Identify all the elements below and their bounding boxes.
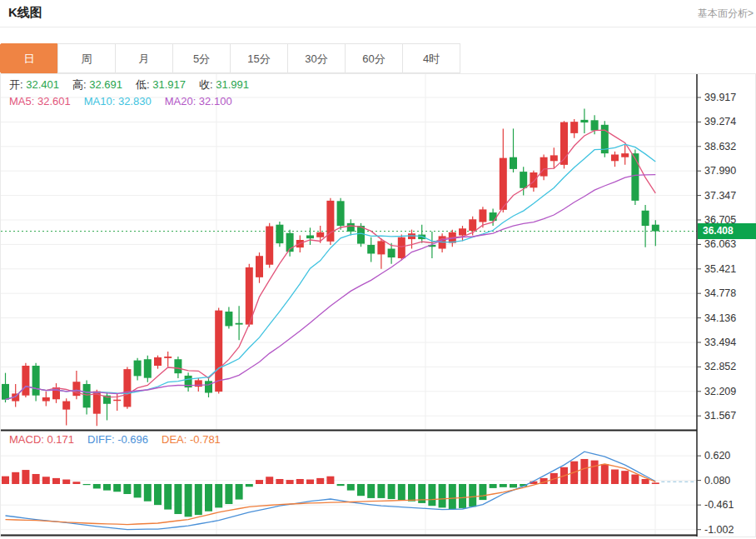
candle-body bbox=[22, 366, 29, 396]
macd-axis-label: -1.002 bbox=[704, 524, 734, 536]
macd-bar bbox=[449, 484, 456, 509]
candle-body bbox=[570, 122, 578, 133]
price-axis-label: 33.494 bbox=[704, 337, 736, 348]
dea-line bbox=[6, 464, 656, 525]
macd-bar bbox=[215, 484, 222, 507]
macd-bar bbox=[62, 480, 70, 484]
macd-bar bbox=[337, 484, 345, 486]
page-header: K线图 基本面分析> bbox=[0, 0, 756, 27]
macd-bar bbox=[388, 484, 395, 499]
tab-5分[interactable]: 5分 bbox=[172, 43, 231, 73]
candle-body bbox=[42, 397, 50, 402]
candle-body bbox=[316, 232, 324, 237]
macd-bar bbox=[601, 464, 609, 484]
macd-bar bbox=[591, 461, 599, 484]
candle-body bbox=[337, 201, 345, 226]
candle-body bbox=[367, 245, 375, 254]
candle-body bbox=[500, 158, 507, 210]
candle-body bbox=[83, 384, 91, 407]
macd-bar bbox=[276, 479, 283, 484]
candle-body bbox=[123, 369, 131, 407]
candle-body bbox=[540, 157, 548, 177]
tab-日[interactable]: 日 bbox=[0, 43, 58, 73]
price-axis-label: 39.274 bbox=[704, 116, 736, 127]
macd-bar bbox=[408, 484, 415, 502]
macd-bar bbox=[377, 484, 385, 498]
candle-body bbox=[266, 227, 273, 265]
candle-body bbox=[276, 225, 283, 243]
candle-body bbox=[2, 384, 9, 400]
candle-body bbox=[32, 366, 40, 396]
macd-bar bbox=[72, 482, 80, 484]
macd-bar bbox=[2, 477, 9, 484]
ma5-line bbox=[6, 130, 656, 400]
tab-4时[interactable]: 4时 bbox=[402, 43, 460, 73]
price-axis-label: 36.063 bbox=[704, 238, 736, 250]
tab-30分[interactable]: 30分 bbox=[287, 43, 346, 73]
macd-bar bbox=[236, 484, 243, 500]
macd-bar bbox=[103, 484, 111, 491]
macd-bar bbox=[316, 478, 324, 484]
price-axis-label: 31.567 bbox=[704, 410, 736, 422]
macd-bar bbox=[42, 477, 50, 484]
macd-bar bbox=[398, 484, 405, 501]
candle-body bbox=[479, 209, 486, 222]
macd-bar bbox=[22, 470, 29, 484]
macd-bar bbox=[185, 484, 192, 517]
macd-bar bbox=[347, 484, 355, 491]
macd-bar bbox=[500, 484, 507, 487]
candle-body bbox=[164, 357, 172, 358]
candle-body bbox=[652, 225, 659, 232]
macd-bar bbox=[479, 484, 486, 500]
macd-axis-label: 0.080 bbox=[704, 475, 730, 487]
candle-body bbox=[306, 236, 314, 239]
candle-body bbox=[611, 155, 619, 162]
candle-body bbox=[52, 387, 60, 399]
macd-bar bbox=[134, 484, 142, 497]
candle-body bbox=[550, 155, 558, 161]
candle-body bbox=[388, 249, 395, 258]
candle-body bbox=[154, 357, 162, 366]
macd-bar bbox=[490, 484, 497, 488]
macd-bar bbox=[12, 472, 19, 484]
macd-bar bbox=[428, 484, 435, 506]
candle-body bbox=[520, 172, 527, 188]
tab-15分[interactable]: 15分 bbox=[230, 43, 288, 73]
candle-body bbox=[621, 153, 629, 157]
macd-bar bbox=[256, 480, 263, 484]
fundamental-analysis-link[interactable]: 基本面分析> bbox=[698, 7, 754, 21]
price-axis-label: 35.421 bbox=[704, 263, 736, 275]
macd-bar bbox=[621, 471, 629, 484]
macd-axis-label: -0.461 bbox=[704, 499, 734, 511]
price-axis-label: 38.632 bbox=[704, 141, 736, 152]
candle-body bbox=[205, 381, 212, 392]
macd-bar bbox=[225, 484, 232, 504]
macd-bar bbox=[83, 484, 91, 485]
macd-bar bbox=[174, 484, 182, 514]
macd-bar bbox=[642, 479, 649, 484]
macd-bar bbox=[195, 484, 202, 515]
macd-axis-label: 0.620 bbox=[704, 450, 730, 462]
macd-bar bbox=[357, 484, 365, 496]
tab-周[interactable]: 周 bbox=[57, 43, 116, 73]
candle-body bbox=[347, 223, 355, 232]
candle-body bbox=[398, 237, 405, 258]
macd-bar bbox=[246, 484, 253, 487]
macd-bar bbox=[32, 474, 40, 484]
macd-bar bbox=[652, 482, 659, 484]
candle-body bbox=[580, 120, 588, 122]
tab-月[interactable]: 月 bbox=[115, 43, 173, 73]
ma10-line bbox=[6, 144, 656, 400]
kline-chart-area[interactable]: 39.91739.27438.63237.99037.34736.70536.0… bbox=[0, 73, 756, 537]
price-axis-label: 32.852 bbox=[704, 361, 736, 372]
candle-body bbox=[256, 256, 263, 277]
candle-body bbox=[631, 153, 639, 201]
kline-chart-canvas[interactable]: 39.91739.27438.63237.99037.34736.70536.0… bbox=[1, 74, 755, 537]
diff-line bbox=[6, 452, 656, 529]
candle-body bbox=[642, 211, 649, 226]
macd-bar bbox=[286, 480, 294, 484]
price-axis-label: 39.917 bbox=[704, 92, 736, 103]
macd-bar bbox=[326, 477, 334, 484]
tab-60分[interactable]: 60分 bbox=[345, 43, 403, 73]
candle-body bbox=[530, 172, 537, 187]
